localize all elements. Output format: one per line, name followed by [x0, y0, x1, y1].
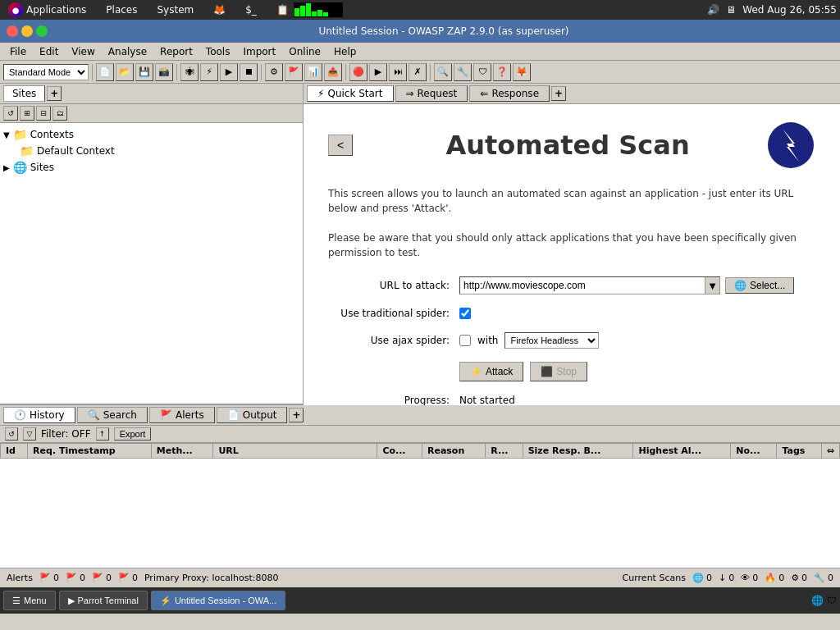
terminal-taskbar-btn[interactable]: ▶ Parrot Terminal	[59, 591, 148, 610]
firefox-icon[interactable]: 🦊	[208, 2, 231, 17]
tb-search[interactable]: 🔍	[434, 63, 452, 81]
tb-play[interactable]: ▶	[369, 63, 387, 81]
col-highest[interactable]: Highest Al...	[633, 444, 731, 459]
menu-analyse[interactable]: Analyse	[102, 44, 153, 59]
tb-options[interactable]: ⚙	[265, 63, 283, 81]
sites-refresh-btn[interactable]: ↺	[3, 106, 18, 121]
ajax-spider-checkbox[interactable]	[459, 335, 471, 346]
progress-row: Progress: Not started	[328, 395, 815, 406]
spider-count: 0	[706, 573, 712, 583]
menu-tools[interactable]: Tools	[199, 44, 237, 59]
tb-report[interactable]: 📊	[304, 63, 322, 81]
sites-collapse-btn[interactable]: ⊟	[36, 106, 51, 121]
menu-online[interactable]: Online	[282, 44, 327, 59]
app-logo: ●	[8, 2, 23, 17]
menu-report[interactable]: Report	[153, 44, 199, 59]
tab-response[interactable]: ⇐ Response	[469, 85, 550, 102]
add-bottom-tab-button[interactable]: +	[289, 408, 304, 422]
files-icon[interactable]: 📋	[272, 2, 294, 17]
tab-search[interactable]: 🔍 Search	[77, 407, 148, 423]
col-size[interactable]: Size Resp. B...	[523, 444, 633, 459]
menu-file[interactable]: File	[3, 44, 33, 59]
error-count: 0	[828, 573, 833, 583]
tab-quick-start[interactable]: ⚡ Quick Start	[307, 85, 394, 102]
tb-export[interactable]: 📤	[324, 63, 342, 81]
minimize-button[interactable]	[21, 25, 33, 37]
export-button[interactable]: Export	[114, 427, 152, 441]
tb-drop[interactable]: ✗	[409, 63, 427, 81]
sites-expand-btn[interactable]: ⊞	[20, 106, 34, 121]
url-dropdown-button[interactable]: ▼	[705, 276, 720, 294]
menu-view[interactable]: View	[65, 44, 101, 59]
col-method[interactable]: Meth...	[151, 444, 213, 459]
tb-scan[interactable]: ▶	[220, 63, 238, 81]
col-r[interactable]: R...	[486, 444, 523, 459]
mode-select[interactable]: Standard Mode Safe Mode Protected Mode A…	[3, 64, 89, 80]
alerts-label: Alerts	[176, 409, 204, 421]
terminal-icon[interactable]: $_	[240, 2, 262, 17]
scan-misc: ⚙ 0	[791, 573, 807, 583]
close-button[interactable]	[7, 25, 18, 37]
select-button[interactable]: 🌐 Select...	[725, 277, 794, 294]
back-button[interactable]: <	[328, 135, 353, 156]
tb-mode[interactable]: 🛡	[473, 63, 491, 81]
tb-spider[interactable]: 🕷	[180, 63, 199, 81]
system-menu[interactable]: System	[152, 2, 199, 17]
refresh-btn[interactable]: ↺	[5, 427, 18, 441]
tree-contexts[interactable]: ▼ 📁 Contexts	[3, 126, 299, 143]
tb-alerts[interactable]: 🚩	[285, 63, 303, 81]
tb-save[interactable]: 💾	[135, 63, 153, 81]
scan-error: 🔧 0	[814, 573, 833, 583]
tb-open[interactable]: 📂	[116, 63, 134, 81]
tb-help[interactable]: ❓	[493, 63, 511, 81]
col-code[interactable]: Co...	[377, 444, 422, 459]
places-menu[interactable]: Places	[101, 2, 142, 17]
resize-handle[interactable]: ⇔	[821, 444, 839, 459]
add-sites-tab-button[interactable]: +	[47, 86, 62, 101]
filter-btn[interactable]: ▽	[23, 427, 36, 441]
taskbar-bottom-right: 🌐 🛡	[811, 595, 837, 606]
tb-stop[interactable]: ⏹	[240, 63, 258, 81]
sites-view-btn[interactable]: 🗂	[52, 106, 67, 121]
attack-button[interactable]: ⚡ Attack	[459, 362, 523, 381]
url-input[interactable]	[459, 276, 705, 294]
menu-help[interactable]: Help	[327, 44, 363, 59]
tb-step[interactable]: ⏭	[389, 63, 407, 81]
traditional-spider-checkbox[interactable]	[459, 308, 471, 319]
tb-new[interactable]: 📄	[96, 63, 114, 81]
menu-taskbar-btn[interactable]: ☰ Menu	[3, 591, 56, 610]
tb-settings[interactable]: 🔧	[454, 63, 472, 81]
right-tabs: ⚡ Quick Start ⇒ Request ⇐ Response +	[304, 84, 840, 104]
tab-output[interactable]: 📄 Output	[217, 407, 288, 423]
sites-tabs: Sites +	[0, 84, 303, 104]
col-no[interactable]: No...	[731, 444, 777, 459]
tb-snapshot[interactable]: 📸	[155, 63, 173, 81]
col-timestamp[interactable]: Req. Timestamp	[28, 444, 152, 459]
menu-edit[interactable]: Edit	[33, 44, 65, 59]
applications-menu[interactable]: ● Applications	[3, 1, 91, 19]
col-reason[interactable]: Reason	[422, 444, 485, 459]
status-right: Current Scans 🌐 0 ↓ 0 👁 0 🔥 0 ⚙ 0 🔧 0	[623, 573, 833, 583]
col-id[interactable]: Id	[1, 444, 28, 459]
export-icon: ↑	[96, 427, 109, 441]
tab-sites[interactable]: Sites	[3, 85, 45, 102]
tree-sites[interactable]: ▶ 🌐 Sites	[3, 159, 299, 176]
tab-alerts[interactable]: 🚩 Alerts	[149, 407, 215, 423]
zap-taskbar-btn[interactable]: ⚡ Untitled Session - OWA...	[151, 591, 285, 610]
menu-import[interactable]: Import	[236, 44, 282, 59]
tab-request[interactable]: ⇒ Request	[395, 85, 468, 102]
col-url[interactable]: URL	[213, 444, 377, 459]
stop-button[interactable]: ⬛ Stop	[530, 362, 587, 381]
action-buttons-row: ⚡ Attack ⬛ Stop	[328, 362, 815, 381]
tb-break[interactable]: 🔴	[349, 63, 368, 81]
tab-history[interactable]: 🕐 History	[3, 407, 75, 423]
tree-default-context[interactable]: 📁 Default Context	[3, 143, 299, 159]
output-doc-icon: 📄	[227, 409, 240, 421]
col-tags[interactable]: Tags	[777, 444, 821, 459]
add-right-tab-button[interactable]: +	[551, 86, 566, 101]
scan-ajax: ↓ 0	[719, 573, 734, 583]
browser-select[interactable]: Firefox Headless Chrome Headless Firefox…	[504, 332, 599, 349]
maximize-button[interactable]	[36, 25, 48, 37]
tb-ajax[interactable]: ⚡	[200, 63, 218, 81]
tb-firefox[interactable]: 🦊	[513, 63, 531, 81]
